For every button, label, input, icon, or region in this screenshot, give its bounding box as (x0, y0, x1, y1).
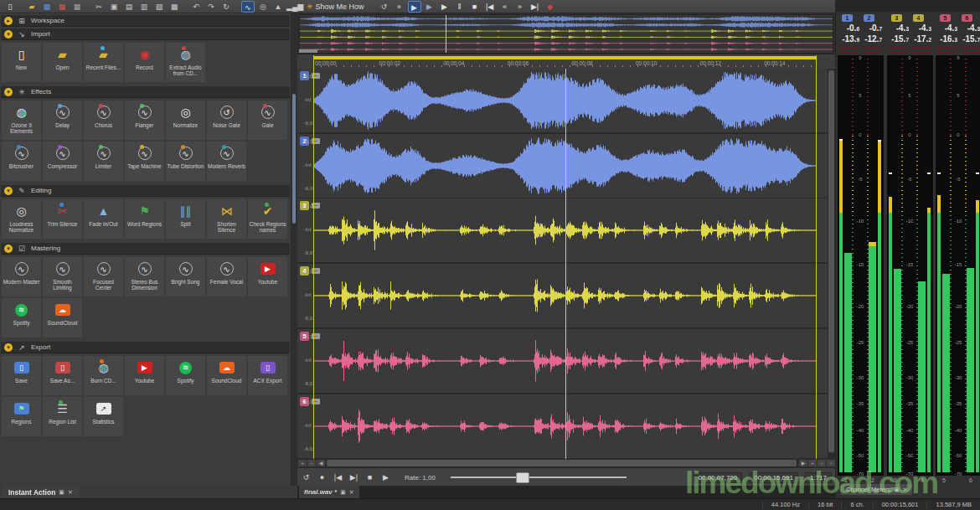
tile-limiter[interactable]: ∿Limiter (84, 142, 123, 181)
section-header-effects[interactable]: ▾✳Effects (1, 86, 290, 98)
tile-tube-distortion[interactable]: ∿Tube Distortion (166, 142, 205, 181)
section-header-mastering[interactable]: ▾☑Mastering (1, 243, 290, 255)
tile-chorus[interactable]: ∿Chorus (84, 100, 123, 140)
new-file-icon[interactable]: ▯ (3, 1, 17, 13)
play-icon[interactable]: ▶ (438, 1, 451, 13)
close-icon[interactable]: ✕ (903, 487, 908, 493)
tile-word-regions[interactable]: ⚑Word Regions (125, 199, 164, 239)
save-all-icon[interactable]: ▦ (70, 1, 84, 13)
go-to-end-icon[interactable]: ▶| (529, 1, 542, 13)
go-to-start-icon[interactable]: |◀ (483, 1, 497, 13)
tile-tape-machine[interactable]: ∿Tape Machine (125, 142, 164, 181)
channel-lane-4[interactable]: 4–-6,0-Inf.-6,0 (297, 264, 828, 329)
channel-chip-5[interactable]: 5 (940, 14, 951, 22)
stop-icon[interactable]: ■ (363, 471, 377, 484)
tile-record[interactable]: ◉Record (125, 43, 164, 82)
tile-bright-song[interactable]: ∿Bright Song (166, 257, 205, 296)
tile-regions[interactable]: ⚑Regions (2, 397, 41, 436)
sidebar-scrollbar[interactable] (291, 13, 297, 486)
channel-chip-6[interactable]: 6 (962, 14, 972, 22)
channel-chip-4[interactable]: 4 (913, 14, 924, 22)
tile-open[interactable]: ▰Open (43, 43, 82, 82)
chevron-down-icon[interactable]: ▾ (4, 245, 13, 253)
tile-soundcloud[interactable]: ☁SoundCloud (43, 298, 82, 337)
section-header-import[interactable]: ▾↘Import (1, 28, 290, 40)
chevron-down-icon[interactable]: ▾ (4, 187, 13, 195)
pin-icon[interactable]: ▣ (340, 489, 346, 496)
tile-save-as[interactable]: ▯Save As... (43, 356, 82, 395)
undock-icon[interactable]: ▣ (59, 489, 64, 496)
tile-spotify[interactable]: ≋Spotify (2, 298, 41, 337)
record-icon[interactable]: ● (315, 471, 329, 484)
rewind-icon[interactable]: « (498, 1, 512, 13)
tile-trim-silence[interactable]: ✂Trim Silence (43, 199, 82, 239)
paste-special-icon[interactable]: ▥ (137, 1, 151, 13)
tile-check-regions-names[interactable]: ✔Check Regions names (248, 199, 287, 239)
undo-icon[interactable]: ↶ (189, 1, 203, 13)
clip-indicator-2[interactable] (864, 47, 881, 53)
record-icon[interactable]: ● (393, 1, 406, 13)
pause-icon[interactable]: ‖ (453, 1, 467, 13)
go-to-end-icon[interactable]: ▶| (347, 471, 361, 484)
tile-shorten-silence[interactable]: ⋈Shorten Silence (207, 199, 246, 239)
rate-slider-handle[interactable] (516, 472, 529, 483)
rate-slider[interactable] (451, 477, 627, 478)
section-header-workspace[interactable]: ▸⊞Workspace (1, 15, 290, 27)
tile-stereo-bus-dimension[interactable]: ∿Stereo Bus Dimension (125, 257, 164, 296)
scroll-right-button[interactable]: ▶ (799, 460, 807, 466)
clip-indicator-3[interactable] (890, 47, 907, 53)
show-me-how-button[interactable]: ✳Show Me How (302, 3, 369, 11)
channel-lane-6[interactable]: 6–-6,0-Inf.-6,0 (297, 394, 828, 460)
stop-icon[interactable]: ■ (468, 1, 482, 13)
tile-smooth-limiting[interactable]: ∿Smooth Limiting (43, 257, 82, 296)
tile-focused-center[interactable]: ∿Focused Center (84, 257, 123, 296)
go-to-start-icon[interactable]: |◀ (331, 471, 345, 484)
horizontal-scrollbar[interactable]: +−◀▶+−▫ (297, 459, 835, 467)
tile-flanger[interactable]: ∿Flanger (125, 100, 164, 140)
channel-chip-3[interactable]: 3 (891, 14, 902, 22)
overview-strip[interactable] (299, 14, 833, 54)
chevron-down-icon[interactable]: ▾ (4, 30, 13, 39)
tile-modern-reverb[interactable]: ∿Modern Reverb (207, 142, 246, 181)
hzoom-in-button[interactable]: + (808, 460, 817, 466)
time-ruler[interactable]: 00:00:0000:00:0200:00:0400:00:0600:00:08… (297, 54, 835, 70)
tile-loudness-normalize[interactable]: ◎Loudness Normalize (2, 199, 41, 239)
channel-lane-3[interactable]: 3–-6,0-Inf.-6,0 (297, 198, 828, 264)
paste-icon[interactable]: ▤ (122, 1, 136, 13)
selection-left-edge[interactable] (313, 55, 314, 459)
tile-youtube[interactable]: ▶Youtube (248, 257, 287, 296)
tile-recent-files[interactable]: ▰Recent Files... (84, 43, 123, 82)
play-icon[interactable]: ▶ (379, 471, 393, 484)
horizontal-scroll-thumb[interactable] (327, 460, 797, 466)
zoom-out-button[interactable]: − (307, 460, 316, 466)
crop-icon[interactable]: ▩ (168, 1, 181, 13)
sidebar-scroll-thumb[interactable] (292, 94, 296, 224)
clip-indicator-1[interactable] (840, 47, 858, 53)
tile-statistics[interactable]: ↗Statistics (84, 397, 123, 436)
instant-action-tab[interactable]: Instant Action ▣ ✕ (2, 486, 80, 498)
event-tool-icon[interactable]: ▲ (271, 1, 285, 13)
section-header-export[interactable]: ▾↗Export (1, 342, 290, 353)
tile-split[interactable]: ∥∥Split (166, 199, 205, 239)
playhead-cursor[interactable] (565, 69, 566, 459)
section-header-editing[interactable]: ▾✎Editing (1, 185, 290, 197)
save-as-icon[interactable]: ▦ (55, 1, 69, 13)
document-tab[interactable]: final.wav * ▣ ✕ (299, 486, 359, 498)
tile-gate[interactable]: ∿Gate (248, 100, 287, 140)
channel-lane-1[interactable]: 1–-6,0-Inf.-6,0 (297, 69, 828, 134)
tile-soundcloud[interactable]: ☁SoundCloud (207, 356, 246, 395)
tile-delay[interactable]: ∿Delay (43, 100, 82, 140)
tile-acx-export[interactable]: ▯ACX Export (248, 356, 287, 395)
play-clipped-icon[interactable]: ▶ (423, 1, 436, 13)
forward-icon[interactable]: » (513, 1, 527, 13)
tile-fade-in-out[interactable]: ▲Fade In/Out (84, 199, 123, 239)
tile-female-vocal[interactable]: ∿Female Vocal (207, 257, 246, 296)
clip-indicator-4[interactable] (913, 47, 931, 53)
loop-playback-icon[interactable]: ↺ (299, 471, 313, 484)
tile-normalize[interactable]: ◎Normalize (166, 100, 205, 140)
tile-noise-gate[interactable]: ↺Noise Gate (207, 100, 246, 140)
redo-icon[interactable]: ↷ (204, 1, 218, 13)
tile-ozone-9-elements[interactable]: ◍Ozone 9 Elements (2, 100, 41, 140)
close-icon[interactable]: ✕ (349, 489, 354, 496)
selection-right-edge[interactable] (816, 55, 817, 459)
